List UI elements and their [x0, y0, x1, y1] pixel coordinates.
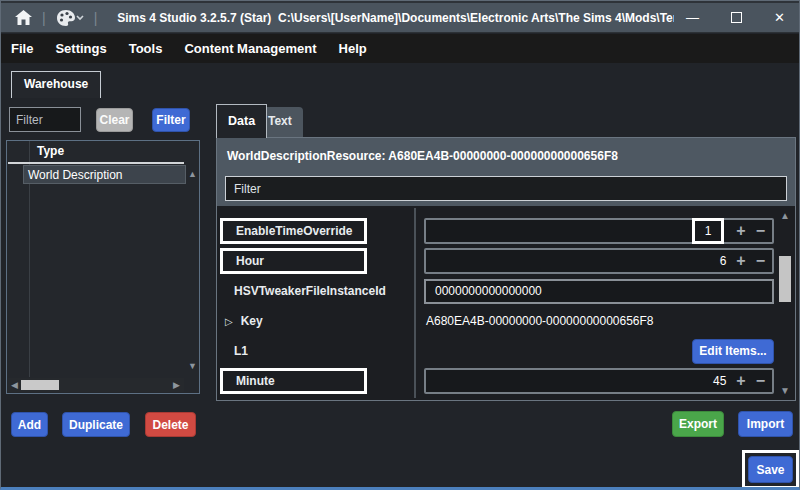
titlebar-separator: |	[94, 10, 98, 26]
property-row-minute: Minute 45 + −	[217, 366, 795, 396]
menu-file[interactable]: File	[11, 41, 33, 56]
data-panel: WorldDescriptionResource: A680EA4B-00000…	[216, 137, 796, 401]
delete-button[interactable]: Delete	[145, 412, 196, 437]
field-value: 45	[713, 374, 726, 388]
increment-icon[interactable]: +	[736, 253, 745, 269]
property-label-highlighted: Minute	[220, 368, 367, 394]
property-grid: EnableTimeOverride 1 + − Hour	[217, 206, 795, 400]
scroll-up-icon[interactable]: ▲	[188, 169, 197, 179]
window-title: Sims 4 Studio 3.2.5.7 (Star) C:\Users\[U…	[117, 11, 674, 25]
menu-settings[interactable]: Settings	[55, 41, 106, 56]
duplicate-button[interactable]: Duplicate	[62, 412, 130, 437]
home-icon[interactable]	[15, 10, 32, 25]
menu-tools[interactable]: Tools	[129, 41, 163, 56]
property-row-hsv-tweaker: HSVTweakerFileInstanceId	[217, 276, 795, 306]
filter-button[interactable]: Filter	[152, 108, 190, 132]
scroll-up-icon[interactable]: ▲	[780, 210, 790, 221]
property-row-enable-time-override: EnableTimeOverride 1 + −	[217, 216, 795, 246]
value-highlight: 1	[692, 218, 725, 244]
hsv-tweaker-input[interactable]	[424, 279, 774, 304]
tab-warehouse[interactable]: Warehouse	[11, 71, 101, 98]
property-label-highlighted: EnableTimeOverride	[220, 218, 367, 244]
property-label: Key	[241, 314, 263, 328]
tab-data[interactable]: Data	[216, 104, 267, 138]
scrollbar-thumb[interactable]	[21, 380, 59, 390]
decrement-icon[interactable]: −	[756, 373, 765, 389]
scroll-left-icon[interactable]: ◀	[11, 380, 18, 390]
scroll-down-icon[interactable]: ▼	[188, 361, 197, 371]
minimize-button[interactable]: —	[686, 10, 699, 25]
scroll-right-icon[interactable]: ▶	[173, 380, 180, 390]
resource-list-panel: Type World Description ▲ ▼ ◀ ▶	[6, 140, 200, 394]
increment-icon[interactable]: +	[736, 223, 745, 239]
save-highlight-box: Save	[742, 450, 799, 489]
horizontal-scrollbar[interactable]: ◀ ▶	[8, 378, 184, 392]
property-label-highlighted: Hour	[220, 248, 367, 274]
key-value: A680EA4B-00000000-00000000000656F8	[426, 314, 654, 328]
add-button[interactable]: Add	[11, 412, 48, 437]
palette-icon[interactable]	[56, 9, 84, 27]
hour-field[interactable]: 6 + −	[424, 248, 774, 274]
decrement-icon[interactable]: −	[756, 253, 765, 269]
titlebar-separator: |	[42, 10, 46, 26]
property-row-key: ▷ Key A680EA4B-00000000-00000000000656F8	[217, 306, 795, 336]
title-bar: | | Sims 4 Studio 3.2.5.7 (Star) C:\User…	[1, 1, 799, 33]
enable-time-override-field[interactable]: 1 + −	[424, 218, 774, 244]
app-window: | | Sims 4 Studio 3.2.5.7 (Star) C:\User…	[0, 0, 800, 490]
maximize-button[interactable]	[731, 12, 742, 23]
expander-icon[interactable]: ▷	[225, 316, 233, 327]
scrollbar-thumb[interactable]	[779, 256, 791, 302]
property-row-hour: Hour 6 + −	[217, 246, 795, 276]
save-button[interactable]: Save	[748, 456, 793, 483]
menu-content-management[interactable]: Content Management	[184, 41, 316, 56]
increment-icon[interactable]: +	[736, 373, 745, 389]
left-filter-input[interactable]	[9, 107, 81, 132]
minute-field[interactable]: 45 + −	[424, 368, 774, 394]
list-item-world-description[interactable]: World Description	[23, 165, 186, 184]
menu-help[interactable]: Help	[339, 41, 367, 56]
type-column-header[interactable]: Type	[37, 144, 64, 158]
resource-header-strip: WorldDescriptionResource: A680EA4B-00000…	[217, 138, 795, 206]
field-value: 6	[720, 254, 727, 268]
property-label: HSVTweakerFileInstanceId	[234, 284, 386, 298]
menu-bar: File Settings Tools Content Management H…	[1, 34, 799, 63]
property-row-l1: L1 Edit Items...	[217, 336, 795, 366]
import-button[interactable]: Import	[738, 411, 793, 437]
close-button[interactable]: ✕	[774, 10, 785, 25]
scroll-down-icon[interactable]: ▼	[780, 385, 790, 396]
clear-button[interactable]: Clear	[96, 108, 133, 132]
property-filter-input[interactable]	[225, 176, 787, 201]
export-button[interactable]: Export	[672, 411, 724, 437]
header-underline	[8, 162, 184, 164]
edit-items-button[interactable]: Edit Items...	[692, 339, 774, 364]
property-label: L1	[234, 344, 248, 358]
decrement-icon[interactable]: −	[756, 223, 765, 239]
resource-title: WorldDescriptionResource: A680EA4B-00000…	[227, 149, 618, 163]
